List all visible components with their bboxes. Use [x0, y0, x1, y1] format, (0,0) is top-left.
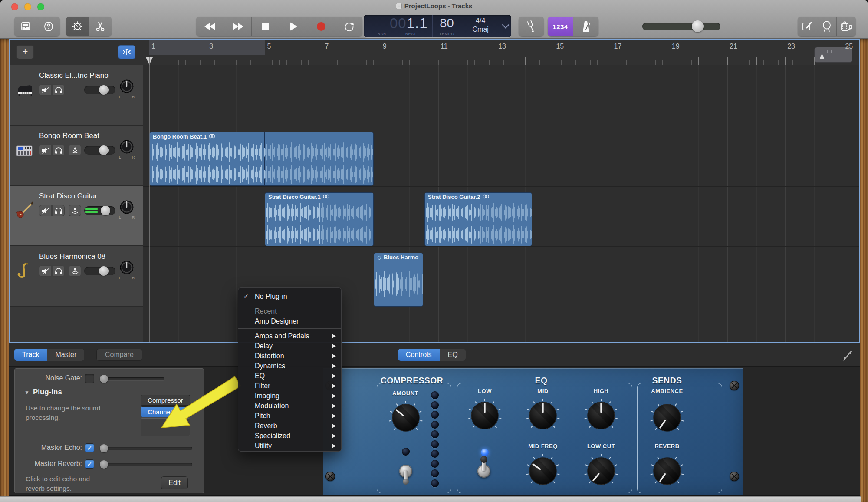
track-header-electric-guitar[interactable]: Strat Disco GuitarLR	[10, 186, 143, 246]
edit-button[interactable]: Edit	[161, 476, 188, 489]
mid-knob[interactable]	[526, 398, 560, 433]
note-pad-button[interactable]	[798, 17, 817, 36]
plugin-slot-empty[interactable]	[141, 418, 190, 436]
lcd-display[interactable]: 001.1 BAR BEAT 80 TEMPO 4/4 Cmaj	[364, 15, 511, 37]
add-track-button[interactable]: +	[16, 45, 34, 59]
metronome-button[interactable]	[573, 17, 598, 36]
track-volume-slider[interactable]	[84, 146, 115, 155]
pan-knob[interactable]	[119, 260, 134, 275]
mute-button[interactable]	[39, 205, 52, 216]
track-volume-slider[interactable]	[84, 267, 115, 275]
quick-help-button[interactable]	[37, 17, 60, 36]
catch-playhead-button[interactable]	[118, 45, 135, 59]
patch-edit-button[interactable]	[842, 350, 853, 361]
menu-item[interactable]: Imaging	[238, 391, 341, 401]
track-volume-knob[interactable]	[99, 266, 108, 276]
loop-browser-button[interactable]	[817, 17, 836, 36]
menu-item[interactable]: Filter	[238, 381, 341, 391]
tab-master[interactable]: Master	[47, 349, 84, 361]
eq-toggle-switch[interactable]	[474, 453, 493, 485]
stop-button[interactable]	[251, 17, 279, 36]
audio-region[interactable]: Strat Disco Guitar.1	[265, 192, 374, 246]
input-monitoring-button[interactable]	[69, 145, 81, 156]
track-header-piano[interactable]: Classic El...tric PianoLR	[10, 65, 143, 126]
menu-item[interactable]: Amp Designer	[238, 316, 341, 326]
plugins-section-header[interactable]: ▼Plug-ins	[24, 388, 62, 396]
count-in-button[interactable]: 1234	[548, 17, 573, 36]
editors-scissors-button[interactable]	[89, 17, 112, 36]
library-button[interactable]	[14, 17, 37, 36]
menu-item[interactable]: Dynamics	[238, 361, 341, 371]
track-header-harmonica[interactable]: Blues Harmonica 08LR	[10, 246, 143, 307]
record-button[interactable]	[307, 17, 335, 36]
menu-item[interactable]: Pitch	[238, 411, 341, 421]
master-echo-slider[interactable]	[101, 447, 192, 450]
amount-knob[interactable]	[388, 400, 423, 435]
fast-forward-button[interactable]	[224, 17, 251, 36]
tab-eq[interactable]: EQ	[440, 349, 466, 361]
high-knob[interactable]	[584, 398, 618, 433]
compare-button[interactable]: Compare	[96, 349, 142, 361]
cycle-button[interactable]	[335, 17, 362, 36]
master-echo-slider-knob[interactable]	[100, 444, 108, 452]
track-volume-slider[interactable]	[84, 206, 115, 215]
track-header-drum-machine[interactable]: Bongo Room BeatLR	[10, 126, 143, 186]
audio-region[interactable]: ◇Blues Harmo	[374, 253, 423, 307]
reverb-knob[interactable]	[650, 454, 684, 489]
master-volume-slider[interactable]	[642, 23, 720, 30]
menu-item[interactable]: Modulation	[238, 401, 341, 411]
volume-track[interactable]	[642, 23, 720, 30]
plugin-slot-channel-eq[interactable]: Channel EQ	[141, 406, 190, 417]
noise-gate-slider[interactable]	[101, 377, 164, 380]
input-monitoring-button[interactable]	[69, 265, 81, 277]
lcd-key-cell[interactable]: 4/4 Cmaj	[461, 15, 500, 37]
ambience-knob[interactable]	[650, 400, 684, 435]
menu-item[interactable]: EQ	[238, 371, 341, 381]
audio-region[interactable]: Bongo Room Beat.1	[149, 132, 374, 186]
menu-item[interactable]: No Plug-in✓	[238, 291, 341, 301]
mute-button[interactable]	[39, 265, 52, 277]
mute-button[interactable]	[39, 84, 52, 96]
menu-item[interactable]: Specialized	[238, 431, 341, 441]
zoom-handle-icon[interactable]	[819, 53, 825, 59]
horizontal-scrollbar[interactable]	[0, 496, 861, 502]
tuner-button[interactable]	[519, 17, 544, 36]
smart-controls-button[interactable]	[66, 17, 89, 36]
input-monitoring-button[interactable]	[69, 205, 81, 216]
lcd-tempo-cell[interactable]: 80 TEMPO	[432, 15, 461, 37]
master-reverb-checkbox[interactable]: ✓	[85, 459, 94, 469]
menu-item[interactable]: Distortion	[238, 351, 341, 361]
menu-item[interactable]: Utility	[238, 441, 341, 451]
mute-button[interactable]	[39, 145, 52, 156]
noise-gate-checkbox[interactable]	[85, 374, 94, 383]
volume-knob[interactable]	[692, 20, 704, 32]
mid-freq-knob[interactable]	[526, 454, 560, 489]
noise-gate-slider-knob[interactable]	[100, 375, 108, 383]
solo-headphones-button[interactable]	[52, 265, 65, 277]
compressor-toggle-switch[interactable]	[396, 453, 415, 485]
master-reverb-slider-knob[interactable]	[100, 460, 108, 469]
menu-item[interactable]: Delay	[238, 341, 341, 351]
pan-knob[interactable]	[119, 200, 134, 215]
disclosure-triangle-icon[interactable]: ▼	[24, 390, 30, 396]
play-button[interactable]	[279, 17, 307, 36]
low-knob[interactable]	[467, 398, 502, 433]
menu-item[interactable]: Amps and Pedals	[238, 331, 341, 341]
timeline-ruler[interactable]: + 135791113151719212325	[10, 40, 859, 66]
tab-track[interactable]: Track	[14, 349, 47, 361]
pan-knob[interactable]	[119, 139, 134, 154]
master-reverb-slider[interactable]	[101, 463, 192, 466]
track-volume-slider[interactable]	[84, 86, 115, 94]
menu-item[interactable]: Reverb	[238, 421, 341, 431]
track-volume-knob[interactable]	[101, 206, 110, 215]
lcd-position-cell[interactable]: 001.1 BAR BEAT	[364, 15, 432, 37]
tab-controls[interactable]: Controls	[398, 349, 440, 361]
master-echo-checkbox[interactable]: ✓	[85, 443, 94, 452]
track-volume-knob[interactable]	[99, 145, 108, 155]
track-volume-knob[interactable]	[99, 85, 108, 95]
solo-headphones-button[interactable]	[52, 84, 65, 96]
plugin-slot-compressor[interactable]: Compressor	[141, 395, 190, 406]
pan-knob[interactable]	[119, 79, 134, 94]
low-cut-knob[interactable]	[584, 454, 618, 489]
solo-headphones-button[interactable]	[52, 205, 65, 216]
